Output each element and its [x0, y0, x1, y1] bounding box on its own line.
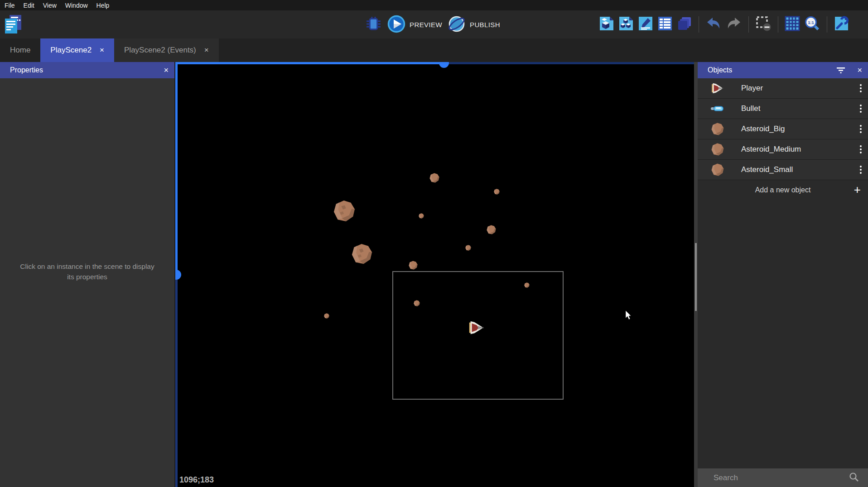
scene-properties-icon: [599, 16, 614, 33]
project-manager-button[interactable]: [4, 14, 22, 36]
scene-instance-asteroid_small[interactable]: [419, 212, 424, 220]
tab-playscene2[interactable]: PlayScene2 ×: [40, 38, 114, 62]
preview-play-icon: [387, 15, 405, 34]
scene-canvas[interactable]: 1096;183: [175, 62, 694, 487]
selection-mask-icon: [755, 15, 772, 33]
project-manager-icon: [4, 14, 22, 36]
zoom-1-1-button[interactable]: 1:1: [804, 15, 820, 33]
object-menu-dots-icon[interactable]: [860, 105, 862, 113]
svg-text:1:1: 1:1: [808, 20, 814, 25]
asteroid-icon: [709, 163, 726, 176]
scene-instance-asteroid_medium[interactable]: [409, 261, 418, 272]
group-editor-icon: [638, 16, 653, 33]
properties-close-icon[interactable]: ×: [164, 66, 169, 74]
object-row-asteroid_big[interactable]: Asteroid_Big: [698, 119, 868, 139]
toolbar-right: 1:1: [599, 14, 849, 35]
toolbar: PREVIEW PUBLISH: [0, 10, 868, 38]
tab-close-icon[interactable]: ×: [100, 46, 104, 55]
object-name: Asteroid_Small: [741, 165, 793, 174]
asteroid-icon: [709, 123, 726, 135]
search-icon: [849, 472, 859, 484]
debugger-button[interactable]: [365, 15, 382, 34]
scene-instance-asteroid_small[interactable]: [324, 312, 329, 320]
tab-close-icon[interactable]: ×: [204, 46, 209, 55]
group-editor-button[interactable]: [638, 16, 653, 33]
undo-icon: [705, 16, 722, 33]
objects-close-icon[interactable]: ×: [857, 66, 862, 74]
properties-header: Properties ×: [0, 62, 174, 78]
object-row-asteroid_small[interactable]: Asteroid_Small: [698, 160, 868, 180]
objects-header: Objects ×: [698, 62, 868, 78]
properties-panel: Properties × Click on an instance in the…: [0, 62, 174, 487]
toolbar-separator: [748, 16, 749, 33]
scene-instance-asteroid_small[interactable]: [494, 188, 500, 196]
menu-bar: File Edit View Window Help: [0, 0, 868, 10]
asteroid-icon: [709, 143, 726, 156]
object-row-asteroid_medium[interactable]: Asteroid_Medium: [698, 139, 868, 160]
layers-editor-icon: [677, 16, 692, 33]
menu-window[interactable]: Window: [65, 2, 88, 9]
add-new-object-button[interactable]: Add a new object+: [698, 180, 868, 200]
objects-editor-button[interactable]: [618, 16, 634, 33]
plus-icon[interactable]: +: [854, 184, 861, 196]
toolbar-separator: [699, 16, 699, 33]
object-row-player[interactable]: Player: [698, 78, 868, 99]
menu-edit[interactable]: Edit: [24, 2, 34, 9]
scene-instance-asteroid_medium[interactable]: [429, 173, 439, 185]
objects-list: PlayerBulletAsteroid_BigAsteroid_MediumA…: [698, 78, 868, 200]
toolbar-separator: [827, 16, 827, 33]
objects-panel: Objects × PlayerBulletAsteroid_BigAstero…: [698, 62, 868, 487]
mouse-cursor: [625, 310, 632, 322]
menu-file[interactable]: File: [5, 2, 15, 9]
object-row-bullet[interactable]: Bullet: [698, 99, 868, 119]
menu-help[interactable]: Help: [96, 2, 110, 9]
publish-globe-icon: [448, 15, 466, 34]
gdevelop-window: File Edit View Window Help: [0, 0, 868, 487]
add-new-object-label: Add a new object: [755, 186, 811, 194]
redo-button[interactable]: [726, 16, 742, 33]
objects-search-bar: [698, 468, 868, 487]
object-menu-dots-icon[interactable]: [860, 166, 862, 174]
canvas-right-scrollbar: [694, 62, 698, 487]
objects-editor-icon: [618, 16, 634, 33]
canvas-left-scroll-line: [175, 62, 178, 275]
preview-button[interactable]: PREVIEW: [387, 15, 442, 34]
grid-button[interactable]: [785, 16, 800, 33]
undo-button[interactable]: [705, 16, 722, 33]
tab-home[interactable]: Home: [0, 38, 40, 62]
tab-bar: Home PlayScene2 × PlayScene2 (Events) ×: [0, 38, 868, 62]
search-input[interactable]: [698, 473, 849, 483]
horizontal-scroll-handle[interactable]: [439, 62, 449, 68]
publish-button[interactable]: PUBLISH: [448, 15, 500, 34]
scene-instance-asteroid_small[interactable]: [465, 244, 471, 253]
scene-instance-asteroid_small[interactable]: [414, 300, 420, 308]
toolbar-center: PREVIEW PUBLISH: [365, 14, 500, 35]
scene-instance-asteroid_small[interactable]: [524, 282, 530, 290]
object-name: Asteroid_Medium: [741, 145, 801, 154]
scene-instance-asteroid_big[interactable]: [333, 200, 355, 224]
instances-list-button[interactable]: [657, 16, 673, 33]
toolbar-separator: [778, 16, 778, 33]
grid-icon: [785, 16, 800, 33]
bullet-icon: [709, 105, 726, 112]
scene-instance-player[interactable]: [468, 319, 485, 338]
scene-properties-button[interactable]: [599, 16, 614, 33]
tab-playscene2-events[interactable]: PlayScene2 (Events) ×: [114, 38, 219, 62]
scene-instance-asteroid_medium[interactable]: [487, 225, 496, 236]
menu-view[interactable]: View: [43, 2, 57, 9]
vertical-scroll-handle[interactable]: [175, 270, 181, 280]
object-menu-dots-icon[interactable]: [860, 125, 862, 133]
scene-instance-asteroid_big[interactable]: [352, 244, 372, 266]
layers-editor-button[interactable]: [677, 16, 692, 33]
object-name: Bullet: [741, 104, 761, 113]
objects-title: Objects: [708, 66, 732, 74]
filter-icon[interactable]: [836, 67, 845, 74]
object-menu-dots-icon[interactable]: [860, 145, 862, 153]
tab-home-label: Home: [10, 46, 30, 55]
tab-playscene2-label: PlayScene2: [50, 46, 92, 55]
canvas-right-scrollbar-thumb[interactable]: [695, 243, 697, 311]
selection-mask-button[interactable]: [755, 15, 772, 33]
editor-settings-button[interactable]: [834, 16, 849, 33]
player-ship-icon: [709, 81, 726, 95]
object-menu-dots-icon[interactable]: [860, 84, 862, 92]
